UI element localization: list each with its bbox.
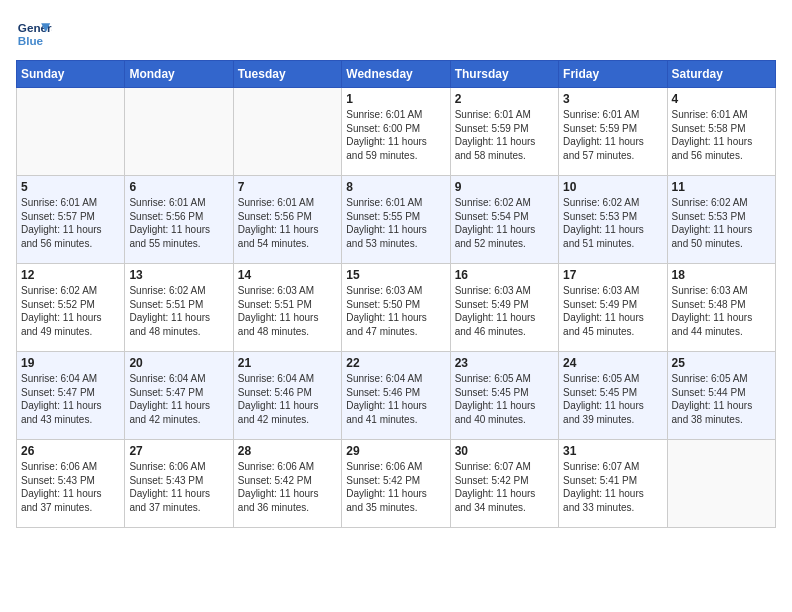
day-number: 25	[672, 356, 771, 370]
calendar-cell: 2Sunrise: 6:01 AMSunset: 5:59 PMDaylight…	[450, 88, 558, 176]
day-info: Sunrise: 6:07 AMSunset: 5:41 PMDaylight:…	[563, 460, 662, 514]
calendar-cell: 6Sunrise: 6:01 AMSunset: 5:56 PMDaylight…	[125, 176, 233, 264]
day-info: Sunrise: 6:06 AMSunset: 5:42 PMDaylight:…	[346, 460, 445, 514]
day-number: 31	[563, 444, 662, 458]
col-header-friday: Friday	[559, 61, 667, 88]
day-number: 27	[129, 444, 228, 458]
col-header-wednesday: Wednesday	[342, 61, 450, 88]
day-info: Sunrise: 6:02 AMSunset: 5:53 PMDaylight:…	[672, 196, 771, 250]
day-info: Sunrise: 6:02 AMSunset: 5:52 PMDaylight:…	[21, 284, 120, 338]
calendar-cell: 4Sunrise: 6:01 AMSunset: 5:58 PMDaylight…	[667, 88, 775, 176]
day-number: 21	[238, 356, 337, 370]
calendar-cell: 31Sunrise: 6:07 AMSunset: 5:41 PMDayligh…	[559, 440, 667, 528]
logo: General Blue	[16, 16, 52, 52]
calendar-cell: 25Sunrise: 6:05 AMSunset: 5:44 PMDayligh…	[667, 352, 775, 440]
day-number: 14	[238, 268, 337, 282]
day-info: Sunrise: 6:04 AMSunset: 5:46 PMDaylight:…	[346, 372, 445, 426]
day-info: Sunrise: 6:03 AMSunset: 5:48 PMDaylight:…	[672, 284, 771, 338]
calendar-cell	[17, 88, 125, 176]
calendar-cell: 19Sunrise: 6:04 AMSunset: 5:47 PMDayligh…	[17, 352, 125, 440]
day-number: 6	[129, 180, 228, 194]
day-info: Sunrise: 6:02 AMSunset: 5:53 PMDaylight:…	[563, 196, 662, 250]
calendar-cell: 22Sunrise: 6:04 AMSunset: 5:46 PMDayligh…	[342, 352, 450, 440]
day-info: Sunrise: 6:04 AMSunset: 5:47 PMDaylight:…	[21, 372, 120, 426]
day-number: 22	[346, 356, 445, 370]
calendar-cell: 14Sunrise: 6:03 AMSunset: 5:51 PMDayligh…	[233, 264, 341, 352]
day-number: 20	[129, 356, 228, 370]
day-info: Sunrise: 6:06 AMSunset: 5:43 PMDaylight:…	[21, 460, 120, 514]
calendar-cell: 10Sunrise: 6:02 AMSunset: 5:53 PMDayligh…	[559, 176, 667, 264]
day-info: Sunrise: 6:02 AMSunset: 5:51 PMDaylight:…	[129, 284, 228, 338]
day-info: Sunrise: 6:03 AMSunset: 5:49 PMDaylight:…	[563, 284, 662, 338]
calendar-cell	[233, 88, 341, 176]
calendar-week-2: 5Sunrise: 6:01 AMSunset: 5:57 PMDaylight…	[17, 176, 776, 264]
col-header-sunday: Sunday	[17, 61, 125, 88]
calendar-cell: 24Sunrise: 6:05 AMSunset: 5:45 PMDayligh…	[559, 352, 667, 440]
day-number: 17	[563, 268, 662, 282]
day-info: Sunrise: 6:06 AMSunset: 5:42 PMDaylight:…	[238, 460, 337, 514]
calendar-cell: 28Sunrise: 6:06 AMSunset: 5:42 PMDayligh…	[233, 440, 341, 528]
day-number: 26	[21, 444, 120, 458]
calendar-cell: 20Sunrise: 6:04 AMSunset: 5:47 PMDayligh…	[125, 352, 233, 440]
calendar-cell: 8Sunrise: 6:01 AMSunset: 5:55 PMDaylight…	[342, 176, 450, 264]
calendar-cell: 13Sunrise: 6:02 AMSunset: 5:51 PMDayligh…	[125, 264, 233, 352]
day-info: Sunrise: 6:04 AMSunset: 5:47 PMDaylight:…	[129, 372, 228, 426]
calendar-cell: 30Sunrise: 6:07 AMSunset: 5:42 PMDayligh…	[450, 440, 558, 528]
day-number: 15	[346, 268, 445, 282]
day-info: Sunrise: 6:01 AMSunset: 5:59 PMDaylight:…	[563, 108, 662, 162]
col-header-monday: Monday	[125, 61, 233, 88]
day-info: Sunrise: 6:02 AMSunset: 5:54 PMDaylight:…	[455, 196, 554, 250]
calendar-cell: 1Sunrise: 6:01 AMSunset: 6:00 PMDaylight…	[342, 88, 450, 176]
day-number: 13	[129, 268, 228, 282]
calendar-table: SundayMondayTuesdayWednesdayThursdayFrid…	[16, 60, 776, 528]
day-number: 30	[455, 444, 554, 458]
day-number: 4	[672, 92, 771, 106]
logo-icon: General Blue	[16, 16, 52, 52]
calendar-cell: 5Sunrise: 6:01 AMSunset: 5:57 PMDaylight…	[17, 176, 125, 264]
calendar-cell: 9Sunrise: 6:02 AMSunset: 5:54 PMDaylight…	[450, 176, 558, 264]
day-info: Sunrise: 6:01 AMSunset: 5:55 PMDaylight:…	[346, 196, 445, 250]
day-info: Sunrise: 6:01 AMSunset: 6:00 PMDaylight:…	[346, 108, 445, 162]
day-number: 28	[238, 444, 337, 458]
calendar-cell: 17Sunrise: 6:03 AMSunset: 5:49 PMDayligh…	[559, 264, 667, 352]
day-info: Sunrise: 6:01 AMSunset: 5:56 PMDaylight:…	[129, 196, 228, 250]
day-number: 1	[346, 92, 445, 106]
day-info: Sunrise: 6:04 AMSunset: 5:46 PMDaylight:…	[238, 372, 337, 426]
day-info: Sunrise: 6:01 AMSunset: 5:57 PMDaylight:…	[21, 196, 120, 250]
calendar-cell: 7Sunrise: 6:01 AMSunset: 5:56 PMDaylight…	[233, 176, 341, 264]
calendar-cell: 26Sunrise: 6:06 AMSunset: 5:43 PMDayligh…	[17, 440, 125, 528]
day-number: 10	[563, 180, 662, 194]
calendar-cell: 12Sunrise: 6:02 AMSunset: 5:52 PMDayligh…	[17, 264, 125, 352]
day-number: 16	[455, 268, 554, 282]
calendar-week-3: 12Sunrise: 6:02 AMSunset: 5:52 PMDayligh…	[17, 264, 776, 352]
calendar-cell: 21Sunrise: 6:04 AMSunset: 5:46 PMDayligh…	[233, 352, 341, 440]
calendar-cell: 23Sunrise: 6:05 AMSunset: 5:45 PMDayligh…	[450, 352, 558, 440]
calendar-cell	[125, 88, 233, 176]
calendar-cell	[667, 440, 775, 528]
day-info: Sunrise: 6:06 AMSunset: 5:43 PMDaylight:…	[129, 460, 228, 514]
day-info: Sunrise: 6:03 AMSunset: 5:51 PMDaylight:…	[238, 284, 337, 338]
calendar-cell: 29Sunrise: 6:06 AMSunset: 5:42 PMDayligh…	[342, 440, 450, 528]
day-number: 12	[21, 268, 120, 282]
day-number: 24	[563, 356, 662, 370]
col-header-tuesday: Tuesday	[233, 61, 341, 88]
day-info: Sunrise: 6:01 AMSunset: 5:59 PMDaylight:…	[455, 108, 554, 162]
day-number: 8	[346, 180, 445, 194]
calendar-cell: 3Sunrise: 6:01 AMSunset: 5:59 PMDaylight…	[559, 88, 667, 176]
day-info: Sunrise: 6:05 AMSunset: 5:45 PMDaylight:…	[563, 372, 662, 426]
calendar-header: SundayMondayTuesdayWednesdayThursdayFrid…	[17, 61, 776, 88]
svg-text:Blue: Blue	[18, 34, 44, 47]
day-number: 29	[346, 444, 445, 458]
day-info: Sunrise: 6:03 AMSunset: 5:50 PMDaylight:…	[346, 284, 445, 338]
day-number: 18	[672, 268, 771, 282]
calendar-cell: 11Sunrise: 6:02 AMSunset: 5:53 PMDayligh…	[667, 176, 775, 264]
day-info: Sunrise: 6:05 AMSunset: 5:45 PMDaylight:…	[455, 372, 554, 426]
page-header: General Blue	[16, 16, 776, 52]
calendar-cell: 18Sunrise: 6:03 AMSunset: 5:48 PMDayligh…	[667, 264, 775, 352]
calendar-week-1: 1Sunrise: 6:01 AMSunset: 6:00 PMDaylight…	[17, 88, 776, 176]
calendar-cell: 16Sunrise: 6:03 AMSunset: 5:49 PMDayligh…	[450, 264, 558, 352]
day-info: Sunrise: 6:07 AMSunset: 5:42 PMDaylight:…	[455, 460, 554, 514]
col-header-saturday: Saturday	[667, 61, 775, 88]
day-info: Sunrise: 6:01 AMSunset: 5:56 PMDaylight:…	[238, 196, 337, 250]
calendar-week-4: 19Sunrise: 6:04 AMSunset: 5:47 PMDayligh…	[17, 352, 776, 440]
